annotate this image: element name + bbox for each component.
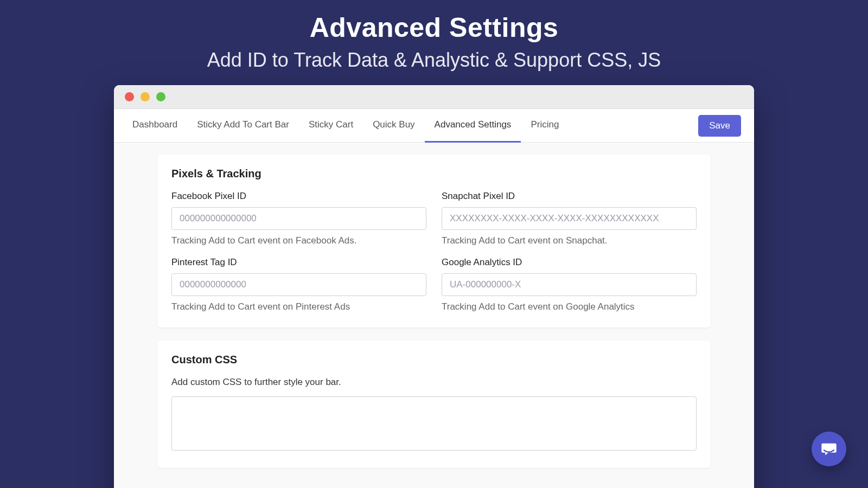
pinterest-tag-help: Tracking Add to Cart event on Pinterest … bbox=[171, 301, 426, 312]
snapchat-pixel-field: Snapchat Pixel ID Tracking Add to Cart e… bbox=[442, 191, 697, 246]
pixels-card-title: Pixels & Tracking bbox=[171, 168, 697, 180]
tab-sticky-add-to-cart-bar[interactable]: Sticky Add To Cart Bar bbox=[187, 109, 299, 143]
facebook-pixel-field: Facebook Pixel ID Tracking Add to Cart e… bbox=[171, 191, 426, 246]
custom-css-textarea[interactable] bbox=[171, 396, 697, 451]
tab-dashboard[interactable]: Dashboard bbox=[123, 109, 187, 143]
pinterest-tag-field: Pinterest Tag ID Tracking Add to Cart ev… bbox=[171, 257, 426, 312]
chat-icon bbox=[820, 440, 838, 458]
hero-title: Advanced Settings bbox=[0, 12, 868, 43]
content-area: Pixels & Tracking Facebook Pixel ID Trac… bbox=[114, 143, 754, 488]
hero-banner: Advanced Settings Add ID to Track Data &… bbox=[0, 0, 868, 72]
window-titlebar bbox=[114, 85, 754, 109]
custom-css-description: Add custom CSS to further style your bar… bbox=[171, 377, 697, 388]
chat-launcher-button[interactable] bbox=[812, 432, 846, 466]
google-analytics-label: Google Analytics ID bbox=[442, 257, 697, 268]
google-analytics-help: Tracking Add to Cart event on Google Ana… bbox=[442, 301, 697, 312]
app-window: Dashboard Sticky Add To Cart Bar Sticky … bbox=[114, 85, 754, 488]
facebook-pixel-input[interactable] bbox=[171, 207, 426, 230]
hero-subtitle: Add ID to Track Data & Analystic & Suppo… bbox=[0, 49, 868, 72]
custom-css-title: Custom CSS bbox=[171, 354, 697, 366]
tab-pricing[interactable]: Pricing bbox=[521, 109, 569, 143]
tab-quick-buy[interactable]: Quick Buy bbox=[363, 109, 424, 143]
facebook-pixel-help: Tracking Add to Cart event on Facebook A… bbox=[171, 235, 426, 246]
google-analytics-field: Google Analytics ID Tracking Add to Cart… bbox=[442, 257, 697, 312]
pinterest-tag-input[interactable] bbox=[171, 273, 426, 296]
snapchat-pixel-input[interactable] bbox=[442, 207, 697, 230]
snapchat-pixel-label: Snapchat Pixel ID bbox=[442, 191, 697, 202]
window-minimize-icon[interactable] bbox=[141, 92, 150, 101]
facebook-pixel-label: Facebook Pixel ID bbox=[171, 191, 426, 202]
snapchat-pixel-help: Tracking Add to Cart event on Snapchat. bbox=[442, 235, 697, 246]
tab-advanced-settings[interactable]: Advanced Settings bbox=[425, 109, 521, 143]
window-close-icon[interactable] bbox=[125, 92, 134, 101]
tab-sticky-cart[interactable]: Sticky Cart bbox=[299, 109, 363, 143]
tab-bar: Dashboard Sticky Add To Cart Bar Sticky … bbox=[114, 109, 754, 143]
pixels-tracking-card: Pixels & Tracking Facebook Pixel ID Trac… bbox=[157, 155, 711, 328]
custom-css-card: Custom CSS Add custom CSS to further sty… bbox=[157, 341, 711, 468]
google-analytics-input[interactable] bbox=[442, 273, 697, 296]
pinterest-tag-label: Pinterest Tag ID bbox=[171, 257, 426, 268]
window-maximize-icon[interactable] bbox=[156, 92, 165, 101]
save-button[interactable]: Save bbox=[698, 115, 741, 137]
